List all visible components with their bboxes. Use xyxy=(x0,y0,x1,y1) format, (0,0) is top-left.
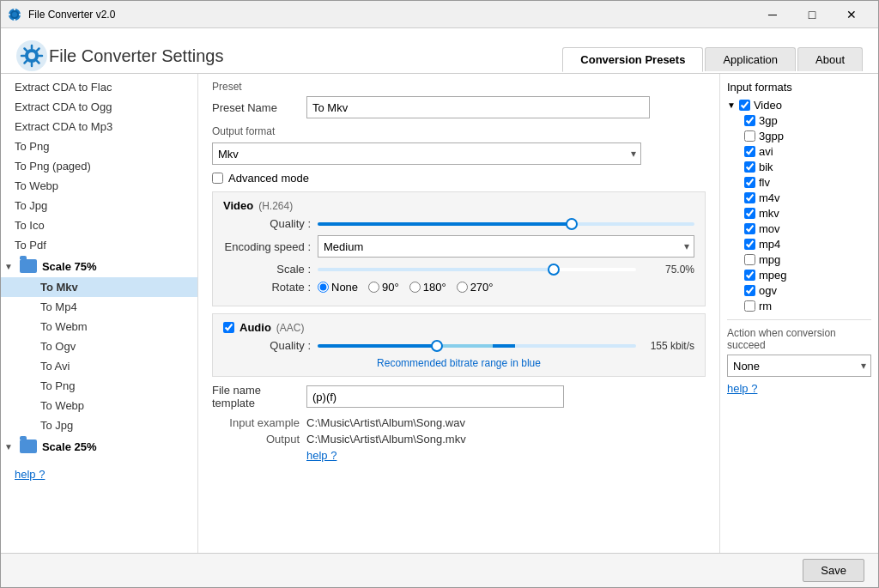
input-example-row: Input example C:\Music\Artist\Album\Song… xyxy=(212,416,706,429)
save-button[interactable]: Save xyxy=(803,559,864,582)
audio-quality-row: Quality : 155 kbit/s xyxy=(223,339,694,352)
advanced-mode-checkbox[interactable] xyxy=(212,173,223,184)
format-ogv-checkbox[interactable] xyxy=(744,285,755,296)
format-3gpp[interactable]: 3gpp xyxy=(727,130,871,142)
preset-name-input[interactable] xyxy=(306,96,650,118)
format-flv-label: flv xyxy=(759,176,770,189)
output-row: Output C:\Music\Artist\Album\Song.mkv xyxy=(212,433,706,446)
format-3gp[interactable]: 3gp xyxy=(727,114,871,127)
rotate-180[interactable]: 180° xyxy=(409,281,446,294)
video-tree-triangle: ▼ xyxy=(727,100,736,110)
scale-slider[interactable] xyxy=(318,268,636,271)
format-rm[interactable]: rm xyxy=(727,300,871,312)
format-mkv-checkbox[interactable] xyxy=(744,208,755,219)
sidebar-item-to-jpg2[interactable]: To Jpg xyxy=(1,415,197,435)
format-mpg-checkbox[interactable] xyxy=(744,254,755,265)
sidebar-group-scale75[interactable]: ▼ Scale 75% xyxy=(1,255,197,277)
window-controls: ─ □ ✕ xyxy=(753,1,871,28)
rotate-90[interactable]: 90° xyxy=(368,281,399,294)
format-rm-checkbox[interactable] xyxy=(744,300,755,312)
format-ogv[interactable]: ogv xyxy=(727,284,871,297)
format-mpeg-checkbox[interactable] xyxy=(744,270,755,281)
format-mpg[interactable]: mpg xyxy=(727,253,871,266)
sidebar-item-extract-cda-flac[interactable]: Extract CDA to Flac xyxy=(1,77,197,97)
output-format-select[interactable]: Mkv Mp4 Avi Webm xyxy=(212,142,641,165)
sidebar-item-to-ico[interactable]: To Ico xyxy=(1,215,197,235)
format-mpeg[interactable]: mpeg xyxy=(727,269,871,282)
audio-quality-value: 155 kbit/s xyxy=(643,340,694,352)
video-group-checkbox[interactable] xyxy=(739,100,750,111)
app-title: File Converter Settings xyxy=(49,46,562,66)
sidebar-item-to-png2[interactable]: To Png xyxy=(1,376,197,396)
audio-enabled-checkbox[interactable] xyxy=(223,322,234,333)
sidebar-item-to-webm[interactable]: To Webm xyxy=(1,317,197,336)
sidebar-group-scale25[interactable]: ▼ Scale 25% xyxy=(1,435,197,458)
folder-icon xyxy=(20,259,37,273)
input-example-value: C:\Music\Artist\Album\Song.wav xyxy=(306,416,465,429)
input-formats-panel: Input formats ▼ Video 3gp 3gpp xyxy=(719,74,878,553)
format-flv-checkbox[interactable] xyxy=(744,177,755,188)
file-template-row: File name template xyxy=(212,384,706,409)
encoding-speed-select[interactable]: Medium Slow Fast xyxy=(318,235,694,258)
rotate-none-radio[interactable] xyxy=(318,282,329,293)
format-mov-label: mov xyxy=(759,222,780,235)
minimize-button[interactable]: ─ xyxy=(753,1,792,28)
rotate-180-radio[interactable] xyxy=(409,282,421,293)
sidebar-help-link[interactable]: help ? xyxy=(1,464,197,484)
format-bik-checkbox[interactable] xyxy=(744,161,755,173)
rotate-label: Rotate : xyxy=(223,281,318,294)
template-help-link[interactable]: help ? xyxy=(306,449,336,462)
action-select-wrapper: None Open file Open folder xyxy=(727,355,871,377)
format-avi-label: avi xyxy=(759,145,773,158)
format-bik[interactable]: bik xyxy=(727,161,871,173)
video-section-header: Video (H.264) xyxy=(223,199,694,212)
file-template-section: File name template Input example C:\Musi… xyxy=(212,384,706,462)
sidebar-item-extract-cda-ogg[interactable]: Extract CDA to Ogg xyxy=(1,97,197,117)
sidebar-item-extract-cda-mp3[interactable]: Extract CDA to Mp3 xyxy=(1,117,197,136)
format-mkv[interactable]: mkv xyxy=(727,207,871,220)
sidebar-item-to-avi[interactable]: To Avi xyxy=(1,356,197,376)
close-button[interactable]: ✕ xyxy=(832,1,871,28)
audio-quality-slider[interactable] xyxy=(318,344,636,348)
output-format-wrapper: Mkv Mp4 Avi Webm xyxy=(212,142,641,165)
format-mp4-label: mp4 xyxy=(759,238,780,251)
format-m4v[interactable]: m4v xyxy=(727,191,871,204)
tab-about[interactable]: About xyxy=(797,47,863,71)
sidebar-item-to-webp2[interactable]: To Webp xyxy=(1,396,197,415)
sidebar-item-to-mkv[interactable]: To Mkv xyxy=(1,277,197,297)
scale-row: Scale : 75.0% xyxy=(223,263,694,276)
action-select[interactable]: None Open file Open folder xyxy=(727,355,871,377)
format-mpeg-label: mpeg xyxy=(759,269,787,282)
sidebar-item-to-ogv[interactable]: To Ogv xyxy=(1,336,197,356)
rotate-none[interactable]: None xyxy=(318,281,358,294)
sidebar-item-to-webp[interactable]: To Webp xyxy=(1,176,197,196)
format-avi[interactable]: avi xyxy=(727,145,871,158)
format-mp4[interactable]: mp4 xyxy=(727,238,871,251)
sidebar-item-to-mp4[interactable]: To Mp4 xyxy=(1,297,197,317)
format-video-group[interactable]: ▼ Video xyxy=(727,99,871,112)
sidebar-item-to-pdf[interactable]: To Pdf xyxy=(1,235,197,255)
format-mp4-checkbox[interactable] xyxy=(744,239,755,250)
preset-name-row: Preset Name xyxy=(212,96,706,118)
rotate-270-radio[interactable] xyxy=(457,282,468,293)
format-avi-checkbox[interactable] xyxy=(744,146,755,157)
format-mov[interactable]: mov xyxy=(727,222,871,235)
scale-label: Scale : xyxy=(223,263,318,276)
input-formats-help-link[interactable]: help ? xyxy=(727,382,757,395)
tab-conversion-presets[interactable]: Conversion Presets xyxy=(562,47,703,72)
sidebar-item-to-png-paged[interactable]: To Png (paged) xyxy=(1,156,197,176)
file-template-input[interactable] xyxy=(306,385,564,408)
tab-application[interactable]: Application xyxy=(705,47,796,71)
maximize-button[interactable]: □ xyxy=(792,1,832,28)
format-mov-checkbox[interactable] xyxy=(744,223,755,234)
format-3gpp-checkbox[interactable] xyxy=(744,130,755,142)
format-m4v-checkbox[interactable] xyxy=(744,192,755,203)
sidebar-item-to-png[interactable]: To Png xyxy=(1,136,197,156)
sidebar-item-to-jpg[interactable]: To Jpg xyxy=(1,196,197,215)
title-bar: File Converter v2.0 ─ □ ✕ xyxy=(1,1,878,28)
format-flv[interactable]: flv xyxy=(727,176,871,189)
format-3gp-checkbox[interactable] xyxy=(744,115,755,126)
rotate-270[interactable]: 270° xyxy=(457,281,494,294)
video-quality-slider[interactable] xyxy=(318,222,694,226)
rotate-90-radio[interactable] xyxy=(368,282,379,293)
